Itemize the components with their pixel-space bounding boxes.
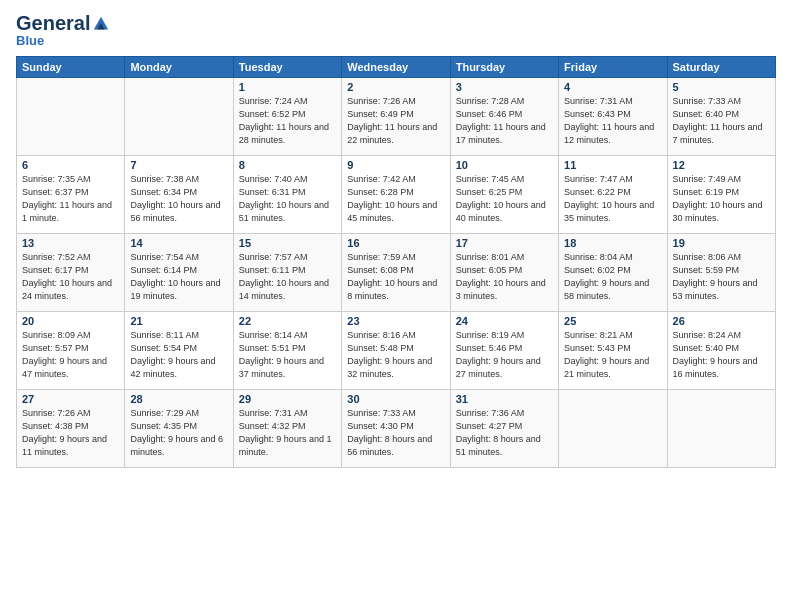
logo-text: General — [16, 12, 110, 35]
logo-blue: Blue — [16, 33, 44, 48]
day-number: 12 — [673, 159, 770, 171]
day-cell: 22Sunrise: 8:14 AMSunset: 5:51 PMDayligh… — [233, 312, 341, 390]
day-number: 25 — [564, 315, 661, 327]
day-number: 31 — [456, 393, 553, 405]
col-header-monday: Monday — [125, 57, 233, 78]
day-cell: 5Sunrise: 7:33 AMSunset: 6:40 PMDaylight… — [667, 78, 775, 156]
day-cell: 21Sunrise: 8:11 AMSunset: 5:54 PMDayligh… — [125, 312, 233, 390]
logo-icon — [92, 15, 110, 33]
day-info: Sunrise: 8:24 AMSunset: 5:40 PMDaylight:… — [673, 329, 770, 381]
day-cell: 10Sunrise: 7:45 AMSunset: 6:25 PMDayligh… — [450, 156, 558, 234]
day-number: 19 — [673, 237, 770, 249]
day-number: 10 — [456, 159, 553, 171]
day-number: 18 — [564, 237, 661, 249]
day-cell: 25Sunrise: 8:21 AMSunset: 5:43 PMDayligh… — [559, 312, 667, 390]
logo-general: General — [16, 12, 90, 35]
day-cell: 23Sunrise: 8:16 AMSunset: 5:48 PMDayligh… — [342, 312, 450, 390]
day-number: 29 — [239, 393, 336, 405]
day-number: 30 — [347, 393, 444, 405]
day-cell: 11Sunrise: 7:47 AMSunset: 6:22 PMDayligh… — [559, 156, 667, 234]
day-cell — [17, 78, 125, 156]
day-cell: 29Sunrise: 7:31 AMSunset: 4:32 PMDayligh… — [233, 390, 341, 468]
day-info: Sunrise: 8:09 AMSunset: 5:57 PMDaylight:… — [22, 329, 119, 381]
day-cell — [559, 390, 667, 468]
day-cell: 27Sunrise: 7:26 AMSunset: 4:38 PMDayligh… — [17, 390, 125, 468]
day-cell: 24Sunrise: 8:19 AMSunset: 5:46 PMDayligh… — [450, 312, 558, 390]
day-info: Sunrise: 7:36 AMSunset: 4:27 PMDaylight:… — [456, 407, 553, 459]
day-number: 16 — [347, 237, 444, 249]
day-info: Sunrise: 8:19 AMSunset: 5:46 PMDaylight:… — [456, 329, 553, 381]
logo: General Blue — [16, 12, 110, 48]
day-number: 3 — [456, 81, 553, 93]
day-number: 8 — [239, 159, 336, 171]
week-row-3: 13Sunrise: 7:52 AMSunset: 6:17 PMDayligh… — [17, 234, 776, 312]
col-header-tuesday: Tuesday — [233, 57, 341, 78]
day-info: Sunrise: 7:33 AMSunset: 6:40 PMDaylight:… — [673, 95, 770, 147]
calendar-table: SundayMondayTuesdayWednesdayThursdayFrid… — [16, 56, 776, 468]
day-info: Sunrise: 7:59 AMSunset: 6:08 PMDaylight:… — [347, 251, 444, 303]
day-number: 7 — [130, 159, 227, 171]
day-info: Sunrise: 7:29 AMSunset: 4:35 PMDaylight:… — [130, 407, 227, 459]
week-row-1: 1Sunrise: 7:24 AMSunset: 6:52 PMDaylight… — [17, 78, 776, 156]
day-cell: 18Sunrise: 8:04 AMSunset: 6:02 PMDayligh… — [559, 234, 667, 312]
day-cell — [125, 78, 233, 156]
day-number: 28 — [130, 393, 227, 405]
day-cell: 14Sunrise: 7:54 AMSunset: 6:14 PMDayligh… — [125, 234, 233, 312]
day-number: 26 — [673, 315, 770, 327]
day-number: 5 — [673, 81, 770, 93]
day-number: 1 — [239, 81, 336, 93]
day-info: Sunrise: 7:28 AMSunset: 6:46 PMDaylight:… — [456, 95, 553, 147]
week-row-5: 27Sunrise: 7:26 AMSunset: 4:38 PMDayligh… — [17, 390, 776, 468]
day-number: 13 — [22, 237, 119, 249]
day-info: Sunrise: 7:40 AMSunset: 6:31 PMDaylight:… — [239, 173, 336, 225]
day-number: 4 — [564, 81, 661, 93]
day-number: 20 — [22, 315, 119, 327]
day-number: 11 — [564, 159, 661, 171]
day-info: Sunrise: 7:26 AMSunset: 6:49 PMDaylight:… — [347, 95, 444, 147]
day-info: Sunrise: 7:45 AMSunset: 6:25 PMDaylight:… — [456, 173, 553, 225]
day-cell: 4Sunrise: 7:31 AMSunset: 6:43 PMDaylight… — [559, 78, 667, 156]
calendar-body: 1Sunrise: 7:24 AMSunset: 6:52 PMDaylight… — [17, 78, 776, 468]
day-number: 17 — [456, 237, 553, 249]
day-number: 15 — [239, 237, 336, 249]
day-number: 9 — [347, 159, 444, 171]
page-container: General Blue SundayMondayTuesdayWednesda… — [0, 0, 792, 476]
day-cell: 1Sunrise: 7:24 AMSunset: 6:52 PMDaylight… — [233, 78, 341, 156]
day-cell: 12Sunrise: 7:49 AMSunset: 6:19 PMDayligh… — [667, 156, 775, 234]
day-cell: 26Sunrise: 8:24 AMSunset: 5:40 PMDayligh… — [667, 312, 775, 390]
day-info: Sunrise: 7:33 AMSunset: 4:30 PMDaylight:… — [347, 407, 444, 459]
day-cell: 6Sunrise: 7:35 AMSunset: 6:37 PMDaylight… — [17, 156, 125, 234]
day-number: 14 — [130, 237, 227, 249]
day-cell: 16Sunrise: 7:59 AMSunset: 6:08 PMDayligh… — [342, 234, 450, 312]
day-info: Sunrise: 7:42 AMSunset: 6:28 PMDaylight:… — [347, 173, 444, 225]
day-info: Sunrise: 8:14 AMSunset: 5:51 PMDaylight:… — [239, 329, 336, 381]
day-number: 23 — [347, 315, 444, 327]
day-cell: 13Sunrise: 7:52 AMSunset: 6:17 PMDayligh… — [17, 234, 125, 312]
header-row: SundayMondayTuesdayWednesdayThursdayFrid… — [17, 57, 776, 78]
header: General Blue — [16, 12, 776, 48]
day-info: Sunrise: 8:16 AMSunset: 5:48 PMDaylight:… — [347, 329, 444, 381]
day-info: Sunrise: 7:54 AMSunset: 6:14 PMDaylight:… — [130, 251, 227, 303]
day-cell: 28Sunrise: 7:29 AMSunset: 4:35 PMDayligh… — [125, 390, 233, 468]
day-cell: 15Sunrise: 7:57 AMSunset: 6:11 PMDayligh… — [233, 234, 341, 312]
col-header-thursday: Thursday — [450, 57, 558, 78]
day-info: Sunrise: 8:06 AMSunset: 5:59 PMDaylight:… — [673, 251, 770, 303]
day-number: 2 — [347, 81, 444, 93]
day-cell: 2Sunrise: 7:26 AMSunset: 6:49 PMDaylight… — [342, 78, 450, 156]
day-info: Sunrise: 7:49 AMSunset: 6:19 PMDaylight:… — [673, 173, 770, 225]
day-number: 24 — [456, 315, 553, 327]
day-info: Sunrise: 7:31 AMSunset: 4:32 PMDaylight:… — [239, 407, 336, 459]
day-info: Sunrise: 8:04 AMSunset: 6:02 PMDaylight:… — [564, 251, 661, 303]
day-cell: 3Sunrise: 7:28 AMSunset: 6:46 PMDaylight… — [450, 78, 558, 156]
col-header-friday: Friday — [559, 57, 667, 78]
day-number: 21 — [130, 315, 227, 327]
day-info: Sunrise: 8:21 AMSunset: 5:43 PMDaylight:… — [564, 329, 661, 381]
day-cell: 19Sunrise: 8:06 AMSunset: 5:59 PMDayligh… — [667, 234, 775, 312]
week-row-2: 6Sunrise: 7:35 AMSunset: 6:37 PMDaylight… — [17, 156, 776, 234]
day-info: Sunrise: 7:26 AMSunset: 4:38 PMDaylight:… — [22, 407, 119, 459]
day-cell: 7Sunrise: 7:38 AMSunset: 6:34 PMDaylight… — [125, 156, 233, 234]
day-cell: 31Sunrise: 7:36 AMSunset: 4:27 PMDayligh… — [450, 390, 558, 468]
day-cell — [667, 390, 775, 468]
day-number: 6 — [22, 159, 119, 171]
day-info: Sunrise: 7:24 AMSunset: 6:52 PMDaylight:… — [239, 95, 336, 147]
